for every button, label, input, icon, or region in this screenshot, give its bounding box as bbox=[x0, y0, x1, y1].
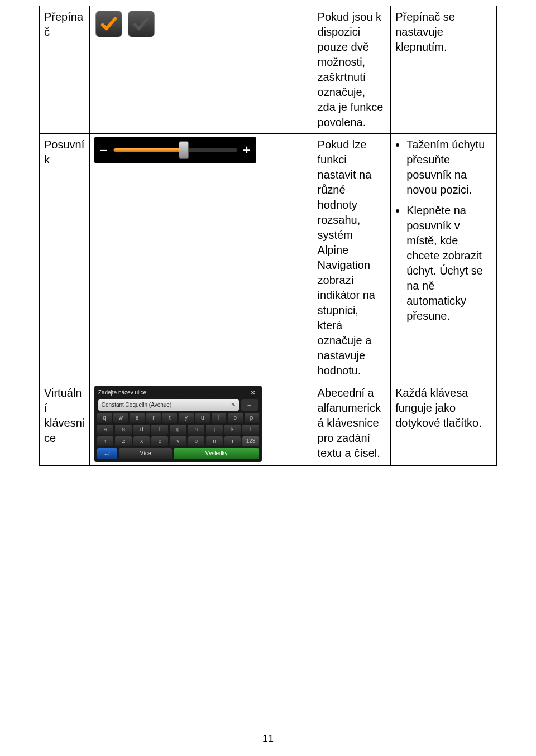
action-bullets: Tažením úchytu přesuňte posuvník na novo… bbox=[395, 137, 492, 324]
list-item: Tažením úchytu přesuňte posuvník na novo… bbox=[406, 137, 492, 198]
backspace-icon: ← bbox=[241, 399, 258, 411]
controls-table: Přepínač Pokud jsou k dispozici pouze dv… bbox=[39, 6, 497, 466]
key: d bbox=[133, 425, 150, 435]
key: i bbox=[212, 413, 226, 423]
key: n bbox=[206, 436, 223, 446]
key: a bbox=[97, 425, 114, 435]
control-action-cell: Každá klávesa funguje jako dotykové tlač… bbox=[391, 382, 497, 466]
numeric-key: 123 bbox=[242, 436, 259, 446]
control-image-cell: − + bbox=[89, 134, 313, 382]
keyboard-prompt: Zadejte název ulice bbox=[98, 389, 246, 397]
control-name-cell: Virtuální klávesnice bbox=[40, 382, 90, 466]
key: r bbox=[146, 413, 161, 423]
key: t bbox=[162, 413, 177, 423]
key: v bbox=[170, 436, 186, 446]
keyboard-row-z: ↑ z x c v b n m 123 bbox=[97, 436, 259, 446]
minus-icon: − bbox=[99, 141, 109, 159]
slider-illustration: − + bbox=[94, 137, 256, 163]
control-action-cell: Přepínač se nastavuje klepnutím. bbox=[391, 6, 497, 134]
control-name-cell: Posuvník bbox=[40, 134, 90, 382]
table-row: Posuvník − + Pokud lze funkci nastavit n… bbox=[40, 134, 497, 382]
control-desc: Abecední a alfanumerická klávesnice pro … bbox=[318, 387, 381, 459]
control-desc: Pokud jsou k dispozici pouze dvě možnost… bbox=[318, 11, 384, 128]
key: q bbox=[97, 413, 112, 423]
key: y bbox=[179, 413, 193, 423]
results-button: Výsledky bbox=[174, 448, 259, 459]
toggle-icons bbox=[94, 9, 308, 38]
key: b bbox=[188, 436, 205, 446]
keyboard-illustration: Zadejte název ulice ✕ Constant Coquelin … bbox=[94, 386, 262, 462]
table-row: Virtuální klávesnice Zadejte název ulice… bbox=[40, 382, 497, 466]
keyboard-input-value: Constant Coquelin (Avenue) bbox=[102, 401, 171, 409]
table-row: Přepínač Pokud jsou k dispozici pouze dv… bbox=[40, 6, 497, 134]
key: m bbox=[224, 436, 241, 446]
key: k bbox=[224, 425, 241, 435]
control-name-cell: Přepínač bbox=[40, 6, 90, 134]
keyboard-input-field: Constant Coquelin (Avenue) ✎ bbox=[98, 399, 239, 411]
key: p bbox=[245, 413, 259, 423]
page-number: 11 bbox=[0, 733, 536, 745]
key: o bbox=[228, 413, 242, 423]
key: j bbox=[206, 425, 223, 435]
control-desc-cell: Abecední a alfanumerická klávesnice pro … bbox=[313, 382, 391, 466]
control-image-cell: Zadejte název ulice ✕ Constant Coquelin … bbox=[89, 382, 313, 466]
key: u bbox=[195, 413, 210, 423]
control-desc-cell: Pokud lze funkci nastavit na různé hodno… bbox=[313, 134, 391, 382]
control-name: Posuvník bbox=[44, 138, 84, 166]
control-name: Virtuální klávesnice bbox=[44, 387, 84, 444]
edit-icon: ✎ bbox=[231, 401, 236, 409]
slider-handle-icon bbox=[179, 141, 189, 159]
key: f bbox=[151, 425, 168, 435]
control-desc: Pokud lze funkci nastavit na různé hodno… bbox=[318, 138, 375, 377]
keyboard-row-q: q w e r t y u i o p bbox=[97, 413, 259, 423]
control-image-cell bbox=[89, 6, 313, 134]
control-name: Přepínač bbox=[44, 11, 83, 38]
shift-key: ↑ bbox=[97, 436, 114, 446]
key: e bbox=[130, 413, 144, 423]
key: s bbox=[115, 425, 132, 435]
checkbox-checked-orange-icon bbox=[95, 11, 122, 37]
plus-icon: + bbox=[242, 141, 252, 159]
slider-track bbox=[113, 147, 237, 153]
key: l bbox=[242, 425, 259, 435]
list-item: Klepněte na posuvník v místě, kde chcete… bbox=[406, 203, 492, 324]
key: z bbox=[115, 436, 132, 446]
control-action: Každá klávesa funguje jako dotykové tlač… bbox=[395, 387, 482, 429]
key: h bbox=[188, 425, 205, 435]
key: x bbox=[133, 436, 150, 446]
key: w bbox=[113, 413, 128, 423]
more-button: Více bbox=[119, 448, 172, 459]
control-action-cell: Tažením úchytu přesuňte posuvník na novo… bbox=[391, 134, 497, 382]
key: g bbox=[170, 425, 186, 435]
close-icon: ✕ bbox=[248, 388, 258, 397]
control-action: Přepínač se nastavuje klepnutím. bbox=[395, 11, 455, 53]
control-desc-cell: Pokud jsou k dispozici pouze dvě možnost… bbox=[313, 6, 391, 134]
checkbox-checked-grey-icon bbox=[128, 11, 155, 37]
key: c bbox=[151, 436, 168, 446]
return-button: ⮐ bbox=[97, 448, 117, 459]
keyboard-row-a: a s d f g h j k l bbox=[97, 425, 259, 435]
